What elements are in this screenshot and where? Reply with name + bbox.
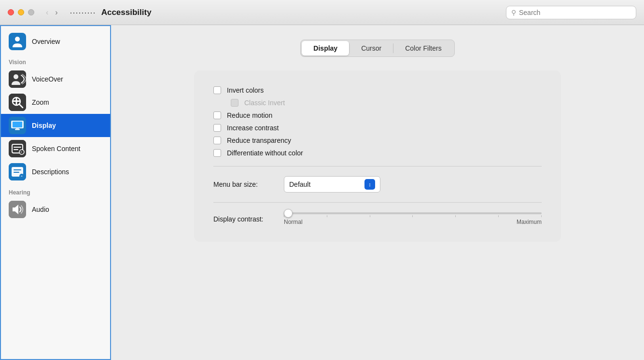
slider-thumb[interactable] [284,209,293,218]
descriptions-icon: " [9,163,26,180]
differentiate-checkbox[interactable] [213,149,221,157]
slider-tick [327,215,327,217]
spoken-content-icon [9,140,26,157]
close-button[interactable] [8,9,14,15]
sidebar-item-label-zoom: Zoom [32,98,49,106]
svg-rect-2 [9,70,26,88]
slider-max-label: Maximum [517,219,542,225]
menu-bar-size-label: Menu bar size: [213,180,276,188]
classic-invert-row: Classic Invert [213,97,542,109]
minimize-button[interactable] [18,9,24,15]
overview-icon [9,33,26,50]
svg-rect-16 [14,147,21,148]
svg-rect-21 [14,169,21,170]
sidebar-item-zoom[interactable]: Zoom [1,91,110,114]
svg-rect-22 [14,172,19,173]
slider-track [284,212,542,214]
sidebar-item-descriptions[interactable]: " Descriptions [1,160,110,183]
slider-ticks [284,215,542,217]
svg-rect-17 [14,149,18,150]
sidebar-item-label-spoken: Spoken Content [32,145,80,152]
sidebar: Overview Vision VoiceOver [0,25,111,360]
menu-bar-size-value: Default [289,180,364,188]
section-hearing: Hearing [1,183,110,198]
page-title: Accessibility [101,8,500,17]
reduce-motion-checkbox[interactable] [213,111,221,119]
sidebar-item-label-audio: Audio [32,206,49,213]
sidebar-item-display[interactable]: Display [1,114,110,137]
search-icon: ⚲ [511,9,516,16]
slider-tick [370,215,370,217]
grid-icon[interactable]: ⋯⋯⋯ [70,7,96,18]
differentiate-row: Differentiate without color [213,147,542,159]
section-vision: Vision [1,53,110,68]
menu-bar-size-row: Menu bar size: Default ↕ [213,173,542,195]
invert-colors-row: Invert colors [213,84,542,97]
sidebar-item-label-overview: Overview [32,38,60,45]
svg-rect-11 [13,122,22,127]
sidebar-item-label-display: Display [32,122,56,129]
sidebar-item-spoken-content[interactable]: Spoken Content [1,137,110,160]
sidebar-item-label-voiceover: VoiceOver [32,75,63,83]
fullscreen-button[interactable] [28,9,34,15]
slider-row: Display contrast: [213,212,542,225]
svg-text:": " [21,175,23,179]
search-input[interactable] [519,9,631,16]
tab-cursor[interactable]: Cursor [350,41,393,55]
reduce-transparency-label: Reduce transparency [227,137,291,144]
sidebar-item-voiceover[interactable]: VoiceOver [1,68,110,91]
voiceover-icon [9,70,26,88]
divider-2 [213,202,542,203]
settings-area: Invert colors Classic Invert Reduce moti… [194,70,561,242]
traffic-lights [8,9,34,15]
display-contrast-section: Display contrast: [213,209,542,228]
reduce-motion-label: Reduce motion [227,111,272,119]
increase-contrast-checkbox[interactable] [213,124,221,132]
reduce-motion-row: Reduce motion [213,109,542,122]
increase-contrast-label: Increase contrast [227,124,279,132]
back-button[interactable]: ‹ [44,7,50,18]
nav-arrows: ‹ › [44,7,60,18]
menu-bar-size-select[interactable]: Default ↕ [284,176,380,193]
titlebar: ‹ › ⋯⋯⋯ Accessibility ⚲ [0,0,644,25]
slider-tick [541,215,542,217]
tab-display[interactable]: Display [302,41,349,55]
invert-colors-checkbox[interactable] [213,86,221,94]
audio-icon [9,201,26,218]
differentiate-label: Differentiate without color [227,149,303,157]
sidebar-item-audio[interactable]: Audio [1,198,110,221]
svg-point-3 [14,74,18,79]
svg-rect-7 [16,97,17,105]
reduce-transparency-row: Reduce transparency [213,134,542,147]
display-icon [9,117,26,134]
sidebar-item-label-descriptions: Descriptions [32,168,69,176]
classic-invert-label: Classic Invert [244,99,285,107]
slider-tick [412,215,413,217]
slider-tick [455,215,456,217]
main-content: Overview Vision VoiceOver [0,25,644,360]
forward-button[interactable]: › [53,7,59,18]
display-contrast-label: Display contrast: [213,215,276,223]
slider-tick [498,215,499,217]
classic-invert-checkbox[interactable] [231,99,238,107]
sidebar-item-overview[interactable]: Overview [1,30,110,53]
divider-1 [213,166,542,166]
svg-rect-14 [9,140,26,157]
reduce-transparency-checkbox[interactable] [213,137,221,144]
tab-bar: Display Cursor Color Filters [300,40,454,57]
invert-colors-label: Invert colors [227,86,264,94]
slider-labels: Normal Maximum [284,219,542,225]
svg-rect-13 [16,128,19,129]
svg-point-1 [15,37,20,42]
slider-container: Normal Maximum [284,212,542,225]
slider-min-label: Normal [284,219,303,225]
increase-contrast-row: Increase contrast [213,122,542,134]
tab-color-filters[interactable]: Color Filters [393,41,453,55]
detail-panel: Display Cursor Color Filters Invert colo… [111,25,644,360]
zoom-icon [9,94,26,111]
select-arrow-icon: ↕ [364,179,375,190]
search-box: ⚲ [506,6,636,19]
svg-rect-4 [9,94,26,111]
